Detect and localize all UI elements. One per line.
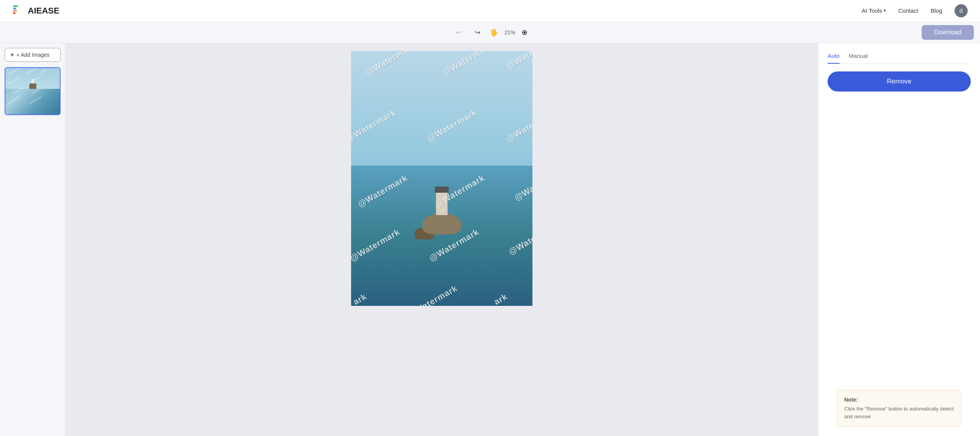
nav-ai-tools[interactable]: AI Tools bbox=[862, 7, 886, 14]
thumbnail-item[interactable]: @Watermark@Watermark@Wate@Watermark@Wate… bbox=[5, 67, 61, 115]
canvas-area[interactable]: @Watermark@Watermark@Wate@Watermark@Wate… bbox=[66, 43, 818, 436]
add-images-button[interactable]: + + Add Images bbox=[5, 48, 61, 62]
nav-blog[interactable]: Blog bbox=[931, 7, 942, 14]
svg-rect-3 bbox=[13, 5, 18, 7]
right-panel: Auto Manual Remove Note: Click the "Remo… bbox=[818, 43, 980, 436]
redo-button[interactable]: ↪ bbox=[471, 26, 483, 39]
logo-text: AIEASE bbox=[28, 6, 59, 16]
remove-button[interactable]: Remove bbox=[828, 71, 971, 92]
note-text: Click the "Remove" button to automatical… bbox=[844, 405, 954, 420]
main-image: @Watermark@Watermark@Wate@Watermark@Wate… bbox=[351, 51, 532, 306]
thumb-watermarks: @Watermark@Watermark@Wate@Watermark@Wate… bbox=[5, 68, 60, 114]
note-title: Note: bbox=[844, 397, 954, 403]
toolbar-right: Download bbox=[922, 25, 974, 40]
img-lighthouse-top bbox=[435, 187, 449, 193]
crosshair-icon[interactable]: ⊕ bbox=[522, 28, 527, 37]
plus-icon: + bbox=[10, 51, 14, 58]
img-lighthouse bbox=[436, 192, 448, 215]
tab-auto[interactable]: Auto bbox=[828, 53, 840, 64]
svg-rect-2 bbox=[13, 8, 16, 9]
zoom-level: 21% bbox=[504, 29, 515, 36]
main: + + Add Images @Watermark@Watermark@Wate… bbox=[0, 43, 980, 436]
img-island-base bbox=[422, 213, 461, 234]
right-panel-inner: Auto Manual Remove Note: Click the "Remo… bbox=[828, 53, 971, 427]
sidebar: + + Add Images @Watermark@Watermark@Wate… bbox=[0, 43, 66, 436]
header: AIEASE AI Tools Contact Blog d bbox=[0, 0, 980, 22]
toolbar: ↩ ↪ 🖐 21% ⊕ Download bbox=[0, 22, 980, 43]
avatar[interactable]: d bbox=[955, 4, 968, 17]
nav: AI Tools Contact Blog d bbox=[862, 4, 968, 17]
pan-icon: 🖐 bbox=[490, 28, 498, 37]
img-sky bbox=[351, 51, 532, 178]
toolbar-center: ↩ ↪ 🖐 21% ⊕ bbox=[453, 26, 527, 39]
tabs: Auto Manual bbox=[828, 53, 971, 64]
add-images-label: + Add Images bbox=[16, 52, 49, 58]
tab-manual[interactable]: Manual bbox=[849, 53, 868, 64]
note-box: Note: Click the "Remove" button to autom… bbox=[837, 390, 961, 427]
svg-rect-0 bbox=[13, 12, 15, 14]
download-button[interactable]: Download bbox=[922, 25, 974, 40]
undo-button[interactable]: ↩ bbox=[453, 26, 465, 39]
thumbnail-image: @Watermark@Watermark@Wate@Watermark@Wate… bbox=[5, 68, 60, 114]
logo-icon bbox=[12, 5, 25, 17]
svg-rect-1 bbox=[13, 10, 17, 12]
nav-contact[interactable]: Contact bbox=[898, 7, 918, 14]
logo[interactable]: AIEASE bbox=[12, 5, 59, 17]
